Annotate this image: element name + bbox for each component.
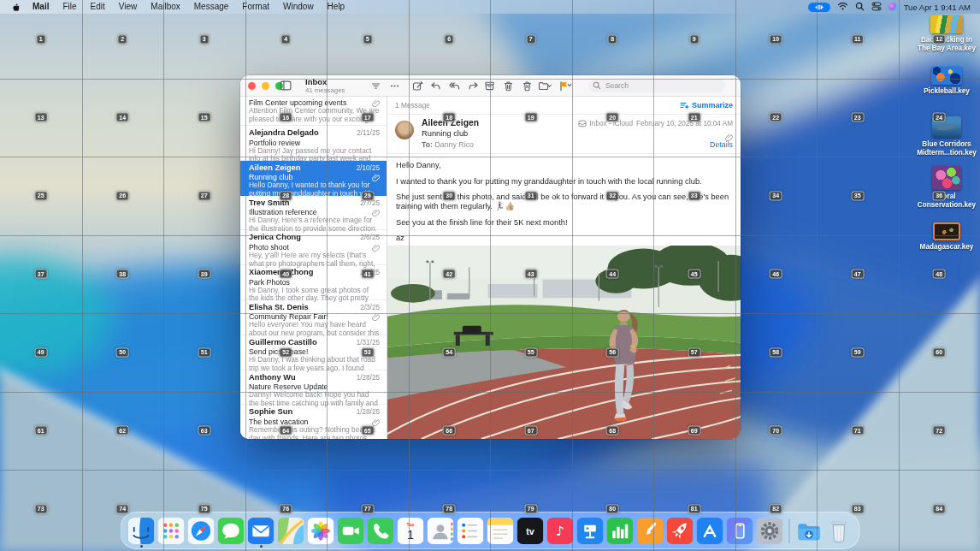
dock-music[interactable]: ♪ [547, 518, 574, 544]
madagascar-thumbnail [933, 222, 960, 240]
mailbox-date-line: Inbox - iCloud February 10, 2025 at 10:0… [578, 120, 733, 127]
reply-all-button[interactable] [449, 80, 460, 92]
dock-maps[interactable] [278, 518, 304, 544]
reply-button[interactable] [430, 80, 441, 92]
photo-attachment[interactable] [387, 246, 741, 439]
mail-window: Inbox 41 messages Film Center upcoming e… [240, 75, 741, 439]
dock-app-store[interactable] [697, 518, 723, 544]
junk-button[interactable] [522, 80, 533, 92]
dock-finder[interactable] [128, 518, 155, 544]
dock-reminders[interactable] [458, 518, 484, 544]
filter-button[interactable] [370, 80, 381, 92]
dock-numbers[interactable] [607, 518, 634, 544]
dock-launchpad[interactable] [158, 518, 185, 544]
dock-system-settings[interactable] [757, 518, 783, 544]
message-row[interactable]: Trev Smith2/7/25Illustration referenceHi… [240, 196, 387, 231]
dock-downloads[interactable] [796, 518, 823, 544]
compose-button[interactable] [412, 80, 423, 92]
menu-message[interactable]: Message [187, 0, 236, 14]
archive-button[interactable] [484, 80, 495, 92]
screen-mirroring-indicator[interactable] [808, 3, 830, 12]
music-icon: ♪ [547, 518, 574, 544]
flag-button[interactable] [558, 80, 572, 92]
sidebar-toggle-icon[interactable] [280, 80, 292, 95]
desktop-icon-whale[interactable]: Blue Corridors Midterm...tion.key [913, 116, 980, 157]
dock-contacts[interactable] [428, 518, 454, 544]
menu-bar-clock[interactable]: Tue Apr 1 9:41 AM [904, 3, 971, 12]
message-row[interactable]: Guillermo Castillo1/31/25Send pics pleas… [240, 335, 387, 370]
attachment-indicator [372, 312, 380, 321]
close-button[interactable] [248, 82, 256, 90]
message-row[interactable]: Alejandra Delgado2/11/25Portfolio review… [240, 126, 387, 161]
dock-messages[interactable] [218, 518, 245, 544]
desktop-icon-label: Backpacking In The Bay Area.key [915, 36, 978, 52]
message-subject: Park Photos [249, 278, 290, 287]
attachment-indicator [372, 418, 380, 426]
desktop-icon-pickleball[interactable]: Pickleball.key [913, 67, 980, 96]
message-sender: Anthony Wu [249, 373, 296, 382]
summarize-button[interactable]: Summarize [680, 101, 733, 110]
siri-icon[interactable] [888, 3, 897, 11]
message-date: February 10, 2025 at 10:04 AM [636, 120, 733, 127]
menu-mailbox[interactable]: Mailbox [144, 0, 186, 14]
dock-safari[interactable] [188, 518, 215, 544]
message-preview: Hello everyone! You may have heard about… [249, 321, 380, 337]
menu-format[interactable]: Format [235, 0, 276, 14]
compose-icon [412, 80, 423, 92]
message-preview: Hi Danny, I was thinking about that road… [249, 356, 380, 372]
message-sender: Sophie Sun [249, 407, 292, 417]
more-button[interactable] [389, 80, 400, 92]
menu-file[interactable]: File [56, 0, 83, 14]
dock-pages[interactable] [637, 518, 664, 544]
dock-keynote[interactable] [577, 518, 604, 544]
control-center-icon[interactable] [871, 2, 882, 13]
menu-view[interactable]: View [112, 0, 145, 14]
message-row[interactable]: Elisha St. Denis2/3/25Community Repair F… [240, 300, 387, 335]
facetime-icon [338, 518, 364, 544]
message-sender: Jenica Chong [249, 233, 301, 242]
wifi-icon[interactable] [837, 2, 848, 12]
desktop-icon-backpacking[interactable]: Backpacking In The Bay Area.key [913, 15, 980, 52]
sender-name: Aileen Zeigen [422, 118, 479, 127]
desktop-icon-coral[interactable]: Coral Conservation.key [913, 166, 980, 209]
message-row[interactable]: Sophie Sun1/28/25The best vacationRememb… [240, 405, 387, 439]
dock-tv[interactable]: tv [517, 518, 544, 544]
message-preview: Attention Film Center community, We are … [249, 107, 380, 123]
spotlight-search-icon[interactable] [855, 2, 865, 13]
phone-icon [368, 518, 394, 544]
mail-icon [248, 518, 275, 544]
search-input[interactable] [604, 80, 714, 91]
apple-logo-icon [11, 2, 21, 13]
trash-button[interactable] [503, 80, 514, 92]
mirroring-icon [813, 3, 825, 11]
menu-edit[interactable]: Edit [84, 0, 112, 14]
dock-facetime[interactable] [338, 518, 364, 544]
minimize-button[interactable] [262, 82, 269, 90]
message-row[interactable]: Anthony Wu1/28/25Nature Reserve UpdateDa… [240, 370, 387, 406]
desktop-icon-madagascar[interactable]: Madagascar.key [913, 222, 980, 252]
sender-avatar [395, 121, 414, 139]
dock-rocket[interactable] [667, 518, 694, 544]
dock-mail[interactable] [248, 518, 275, 544]
dock-phone[interactable] [368, 518, 394, 544]
message-row[interactable]: Film Center upcoming eventsAttention Fil… [240, 97, 387, 126]
dock-trash[interactable] [826, 518, 853, 544]
svg-text:Tue: Tue [407, 521, 415, 526]
search-field[interactable] [588, 80, 725, 92]
dock-photos[interactable] [308, 518, 334, 544]
details-link[interactable]: Details [710, 140, 733, 149]
desktop-icon-label: Pickleball.key [915, 87, 978, 96]
apple-menu[interactable] [0, 2, 26, 13]
dock-calendar[interactable]: Tue1 [398, 518, 424, 544]
menu-mail[interactable]: Mail [26, 0, 56, 14]
move-button[interactable] [538, 80, 552, 92]
dock-notes[interactable] [487, 518, 514, 544]
message-row[interactable]: Jenica Chong2/6/25Photo shootHey, y'all!… [240, 230, 387, 265]
menu-help[interactable]: Help [321, 0, 352, 14]
dock-iphone-mirroring[interactable] [727, 518, 753, 544]
message-row[interactable]: Xiaomeng Zhong2/4/25Park PhotosHi Danny,… [240, 265, 387, 300]
forward-button[interactable] [468, 80, 479, 92]
summarize-icon [680, 101, 689, 110]
menu-window[interactable]: Window [276, 0, 321, 14]
message-row[interactable]: Aileen Zeigen2/10/25Running clubHello Da… [240, 161, 387, 196]
